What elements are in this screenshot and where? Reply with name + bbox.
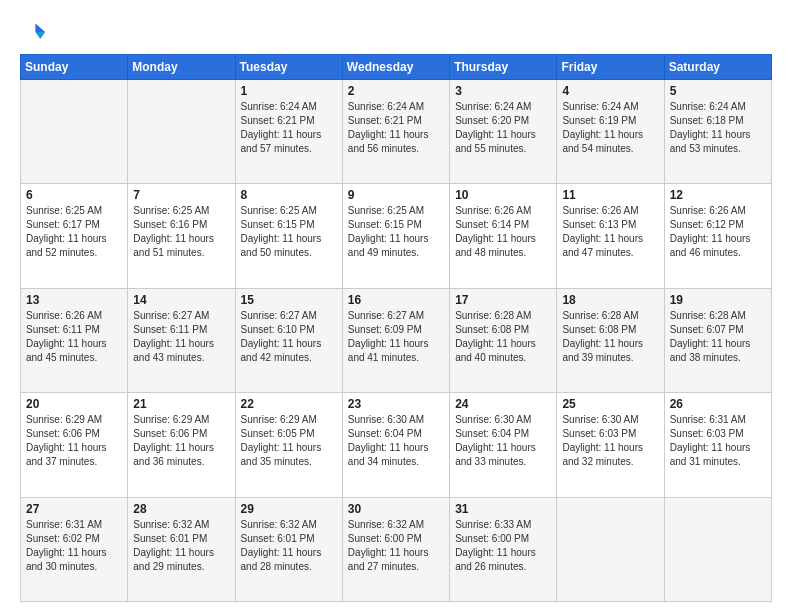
day-info: Sunrise: 6:32 AM Sunset: 6:00 PM Dayligh… [348,518,444,574]
day-number: 24 [455,397,551,411]
calendar-cell [128,80,235,184]
calendar-cell: 21Sunrise: 6:29 AM Sunset: 6:06 PM Dayli… [128,393,235,497]
calendar-cell: 28Sunrise: 6:32 AM Sunset: 6:01 PM Dayli… [128,497,235,601]
day-info: Sunrise: 6:30 AM Sunset: 6:03 PM Dayligh… [562,413,658,469]
calendar-cell [21,80,128,184]
calendar-cell: 12Sunrise: 6:26 AM Sunset: 6:12 PM Dayli… [664,184,771,288]
calendar-cell: 11Sunrise: 6:26 AM Sunset: 6:13 PM Dayli… [557,184,664,288]
day-info: Sunrise: 6:28 AM Sunset: 6:07 PM Dayligh… [670,309,766,365]
calendar-cell: 25Sunrise: 6:30 AM Sunset: 6:03 PM Dayli… [557,393,664,497]
day-number: 22 [241,397,337,411]
day-number: 19 [670,293,766,307]
calendar-header-wednesday: Wednesday [342,55,449,80]
day-number: 12 [670,188,766,202]
day-number: 3 [455,84,551,98]
calendar-cell: 14Sunrise: 6:27 AM Sunset: 6:11 PM Dayli… [128,288,235,392]
header [20,18,772,46]
day-number: 13 [26,293,122,307]
day-number: 4 [562,84,658,98]
calendar-cell: 2Sunrise: 6:24 AM Sunset: 6:21 PM Daylig… [342,80,449,184]
svg-marker-0 [35,24,45,32]
calendar-cell: 3Sunrise: 6:24 AM Sunset: 6:20 PM Daylig… [450,80,557,184]
day-number: 9 [348,188,444,202]
calendar-cell: 31Sunrise: 6:33 AM Sunset: 6:00 PM Dayli… [450,497,557,601]
calendar-cell: 9Sunrise: 6:25 AM Sunset: 6:15 PM Daylig… [342,184,449,288]
calendar-cell: 23Sunrise: 6:30 AM Sunset: 6:04 PM Dayli… [342,393,449,497]
day-info: Sunrise: 6:27 AM Sunset: 6:09 PM Dayligh… [348,309,444,365]
day-number: 18 [562,293,658,307]
calendar-cell: 15Sunrise: 6:27 AM Sunset: 6:10 PM Dayli… [235,288,342,392]
calendar-cell: 7Sunrise: 6:25 AM Sunset: 6:16 PM Daylig… [128,184,235,288]
calendar-header-thursday: Thursday [450,55,557,80]
calendar-cell: 13Sunrise: 6:26 AM Sunset: 6:11 PM Dayli… [21,288,128,392]
calendar-header-monday: Monday [128,55,235,80]
day-info: Sunrise: 6:27 AM Sunset: 6:11 PM Dayligh… [133,309,229,365]
day-number: 10 [455,188,551,202]
calendar-cell: 10Sunrise: 6:26 AM Sunset: 6:14 PM Dayli… [450,184,557,288]
calendar-header-saturday: Saturday [664,55,771,80]
day-number: 6 [26,188,122,202]
calendar-cell: 22Sunrise: 6:29 AM Sunset: 6:05 PM Dayli… [235,393,342,497]
day-number: 8 [241,188,337,202]
calendar-cell: 19Sunrise: 6:28 AM Sunset: 6:07 PM Dayli… [664,288,771,392]
logo-icon [20,18,48,46]
day-number: 7 [133,188,229,202]
day-number: 29 [241,502,337,516]
day-info: Sunrise: 6:24 AM Sunset: 6:18 PM Dayligh… [670,100,766,156]
day-info: Sunrise: 6:29 AM Sunset: 6:05 PM Dayligh… [241,413,337,469]
day-number: 21 [133,397,229,411]
day-number: 20 [26,397,122,411]
calendar-header-friday: Friday [557,55,664,80]
day-info: Sunrise: 6:32 AM Sunset: 6:01 PM Dayligh… [241,518,337,574]
day-number: 17 [455,293,551,307]
day-number: 2 [348,84,444,98]
calendar-header-row: SundayMondayTuesdayWednesdayThursdayFrid… [21,55,772,80]
calendar-cell: 24Sunrise: 6:30 AM Sunset: 6:04 PM Dayli… [450,393,557,497]
day-number: 23 [348,397,444,411]
day-info: Sunrise: 6:28 AM Sunset: 6:08 PM Dayligh… [455,309,551,365]
day-info: Sunrise: 6:26 AM Sunset: 6:14 PM Dayligh… [455,204,551,260]
calendar-week-4: 20Sunrise: 6:29 AM Sunset: 6:06 PM Dayli… [21,393,772,497]
calendar-cell: 16Sunrise: 6:27 AM Sunset: 6:09 PM Dayli… [342,288,449,392]
day-info: Sunrise: 6:25 AM Sunset: 6:15 PM Dayligh… [241,204,337,260]
day-info: Sunrise: 6:31 AM Sunset: 6:03 PM Dayligh… [670,413,766,469]
calendar-week-3: 13Sunrise: 6:26 AM Sunset: 6:11 PM Dayli… [21,288,772,392]
calendar-cell: 6Sunrise: 6:25 AM Sunset: 6:17 PM Daylig… [21,184,128,288]
logo [20,18,52,46]
calendar-cell [557,497,664,601]
calendar-cell: 18Sunrise: 6:28 AM Sunset: 6:08 PM Dayli… [557,288,664,392]
calendar-week-1: 1Sunrise: 6:24 AM Sunset: 6:21 PM Daylig… [21,80,772,184]
calendar-week-5: 27Sunrise: 6:31 AM Sunset: 6:02 PM Dayli… [21,497,772,601]
day-info: Sunrise: 6:26 AM Sunset: 6:12 PM Dayligh… [670,204,766,260]
calendar-cell: 30Sunrise: 6:32 AM Sunset: 6:00 PM Dayli… [342,497,449,601]
day-info: Sunrise: 6:29 AM Sunset: 6:06 PM Dayligh… [133,413,229,469]
day-number: 14 [133,293,229,307]
day-number: 26 [670,397,766,411]
calendar-cell: 4Sunrise: 6:24 AM Sunset: 6:19 PM Daylig… [557,80,664,184]
day-number: 5 [670,84,766,98]
day-number: 25 [562,397,658,411]
calendar-cell: 29Sunrise: 6:32 AM Sunset: 6:01 PM Dayli… [235,497,342,601]
day-info: Sunrise: 6:24 AM Sunset: 6:21 PM Dayligh… [241,100,337,156]
calendar-header-tuesday: Tuesday [235,55,342,80]
calendar-cell: 27Sunrise: 6:31 AM Sunset: 6:02 PM Dayli… [21,497,128,601]
day-info: Sunrise: 6:25 AM Sunset: 6:15 PM Dayligh… [348,204,444,260]
calendar-cell: 20Sunrise: 6:29 AM Sunset: 6:06 PM Dayli… [21,393,128,497]
calendar-cell: 26Sunrise: 6:31 AM Sunset: 6:03 PM Dayli… [664,393,771,497]
calendar-cell: 5Sunrise: 6:24 AM Sunset: 6:18 PM Daylig… [664,80,771,184]
day-info: Sunrise: 6:24 AM Sunset: 6:19 PM Dayligh… [562,100,658,156]
day-info: Sunrise: 6:27 AM Sunset: 6:10 PM Dayligh… [241,309,337,365]
day-info: Sunrise: 6:26 AM Sunset: 6:11 PM Dayligh… [26,309,122,365]
day-number: 11 [562,188,658,202]
day-info: Sunrise: 6:25 AM Sunset: 6:16 PM Dayligh… [133,204,229,260]
day-number: 28 [133,502,229,516]
calendar: SundayMondayTuesdayWednesdayThursdayFrid… [20,54,772,602]
calendar-cell: 1Sunrise: 6:24 AM Sunset: 6:21 PM Daylig… [235,80,342,184]
day-info: Sunrise: 6:25 AM Sunset: 6:17 PM Dayligh… [26,204,122,260]
day-info: Sunrise: 6:29 AM Sunset: 6:06 PM Dayligh… [26,413,122,469]
day-info: Sunrise: 6:30 AM Sunset: 6:04 PM Dayligh… [348,413,444,469]
day-info: Sunrise: 6:32 AM Sunset: 6:01 PM Dayligh… [133,518,229,574]
calendar-cell: 8Sunrise: 6:25 AM Sunset: 6:15 PM Daylig… [235,184,342,288]
day-info: Sunrise: 6:30 AM Sunset: 6:04 PM Dayligh… [455,413,551,469]
day-info: Sunrise: 6:28 AM Sunset: 6:08 PM Dayligh… [562,309,658,365]
